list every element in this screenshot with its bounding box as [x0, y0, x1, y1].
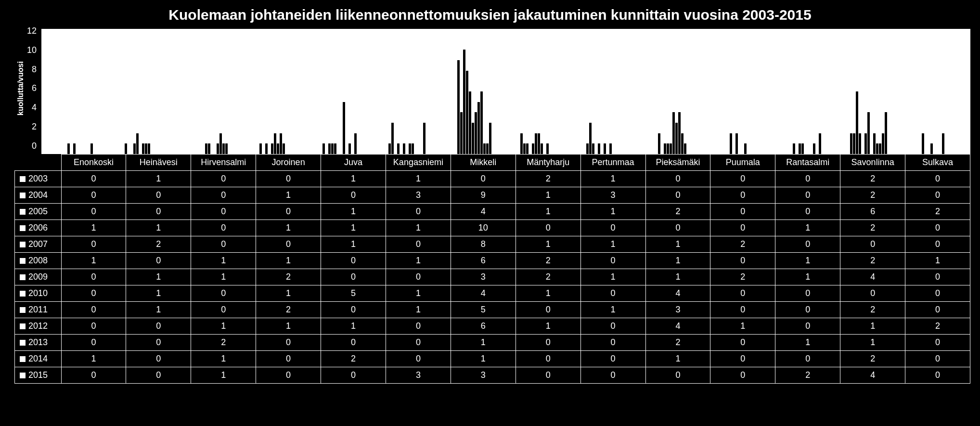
plot-group [572, 29, 638, 154]
plot-bar [489, 123, 491, 154]
plot-bar [460, 112, 463, 154]
data-cell: 0 [191, 171, 256, 187]
data-cell: 2 [645, 204, 710, 220]
plot-group [506, 29, 572, 154]
data-cell: 0 [61, 302, 126, 318]
data-cell: 10 [451, 220, 516, 236]
data-cell: 1 [61, 220, 126, 236]
plot-bar [73, 143, 76, 154]
plot-bar [876, 143, 878, 154]
column-header: Mikkeli [451, 155, 516, 171]
plot-bar [90, 143, 93, 154]
table-row: 200301001102100020 [15, 171, 970, 187]
y-axis-ticks: 121086420 [27, 26, 41, 151]
y-axis-label: kuollutta/vuosi [14, 26, 27, 151]
data-cell: 1 [775, 220, 840, 236]
data-cell: 1 [775, 253, 840, 269]
plot-bar [667, 143, 669, 154]
data-cell: 2 [516, 253, 580, 269]
data-cell: 1 [126, 269, 191, 285]
data-cell: 6 [451, 318, 516, 335]
data-cell: 0 [386, 269, 451, 285]
data-cell: 0 [256, 367, 321, 384]
data-cell: 0 [386, 351, 451, 367]
data-cell: 0 [61, 236, 126, 253]
table-row: 2006110111100000120 [15, 220, 970, 236]
year-cell: 2014 [15, 351, 62, 367]
data-cell: 0 [61, 318, 126, 335]
legend-marker-icon [20, 242, 26, 247]
y-tick: 10 [27, 45, 37, 55]
data-cell: 2 [126, 236, 191, 253]
data-cell: 0 [61, 204, 126, 220]
plot-bar [523, 143, 526, 154]
plot-bar [526, 143, 529, 154]
plot-bar [604, 143, 606, 154]
data-cell: 4 [645, 285, 710, 302]
data-cell: 0 [516, 335, 580, 351]
data-cell: 1 [386, 220, 451, 236]
column-header: Pertunmaa [580, 155, 645, 171]
data-cell: 1 [840, 318, 905, 335]
data-cell: 0 [775, 285, 840, 302]
data-cell: 1 [516, 285, 580, 302]
data-cell: 0 [451, 171, 516, 187]
year-cell: 2013 [15, 335, 62, 351]
data-cell: 1 [256, 285, 321, 302]
data-cell: 1 [905, 253, 970, 269]
plot-bar [222, 143, 225, 154]
table-row: 200400010391300020 [15, 187, 970, 204]
data-cell: 1 [386, 285, 451, 302]
data-cell: 0 [191, 204, 256, 220]
legend-marker-icon [20, 274, 26, 280]
data-cell: 0 [645, 171, 710, 187]
column-header: Juva [321, 155, 386, 171]
table-row: 201410102010010020 [15, 351, 970, 367]
data-cell: 8 [451, 236, 516, 253]
data-cell: 0 [905, 171, 970, 187]
data-cell: 1 [580, 236, 645, 253]
data-cell: 0 [191, 302, 256, 318]
data-cell: 0 [126, 204, 191, 220]
plot-bar [541, 143, 543, 154]
plot-bar [475, 112, 477, 154]
data-cell: 0 [256, 335, 321, 351]
data-cell: 1 [840, 335, 905, 351]
plot-bar [586, 143, 589, 154]
year-cell: 2004 [15, 187, 62, 204]
data-cell: 4 [645, 318, 710, 335]
data-cell: 0 [775, 236, 840, 253]
year-label: 2012 [28, 321, 48, 331]
plot-bar [546, 143, 549, 154]
year-cell: 2009 [15, 269, 62, 285]
plot-bar [684, 143, 686, 154]
plot-bar [867, 112, 870, 154]
data-cell: 2 [710, 236, 775, 253]
table-row: 200810110162010121 [15, 253, 970, 269]
year-label: 2014 [28, 354, 48, 363]
data-table: EnonkoskiHeinävesiHirvensalmiJoroinenJuv… [14, 154, 970, 384]
data-cell: 9 [451, 187, 516, 204]
data-cell: 1 [191, 269, 256, 285]
year-cell: 2015 [15, 367, 62, 384]
data-cell: 0 [775, 302, 840, 318]
data-cell: 0 [840, 236, 905, 253]
plot-bar [463, 50, 465, 154]
plot-group [704, 29, 770, 154]
data-cell: 0 [580, 367, 645, 384]
data-cell: 5 [451, 302, 516, 318]
data-cell: 0 [386, 335, 451, 351]
plot-group [374, 29, 440, 154]
plot-bar [265, 143, 268, 154]
data-cell: 0 [126, 318, 191, 335]
plot-bar [486, 143, 489, 154]
data-cell: 1 [256, 253, 321, 269]
plot-bar [334, 143, 336, 154]
plot-bar [348, 143, 351, 154]
table-corner [15, 155, 62, 171]
plot-group [836, 29, 902, 154]
year-label: 2005 [28, 207, 48, 216]
plot-bar [609, 143, 612, 154]
column-header: Heinävesi [126, 155, 191, 171]
data-cell: 0 [580, 351, 645, 367]
